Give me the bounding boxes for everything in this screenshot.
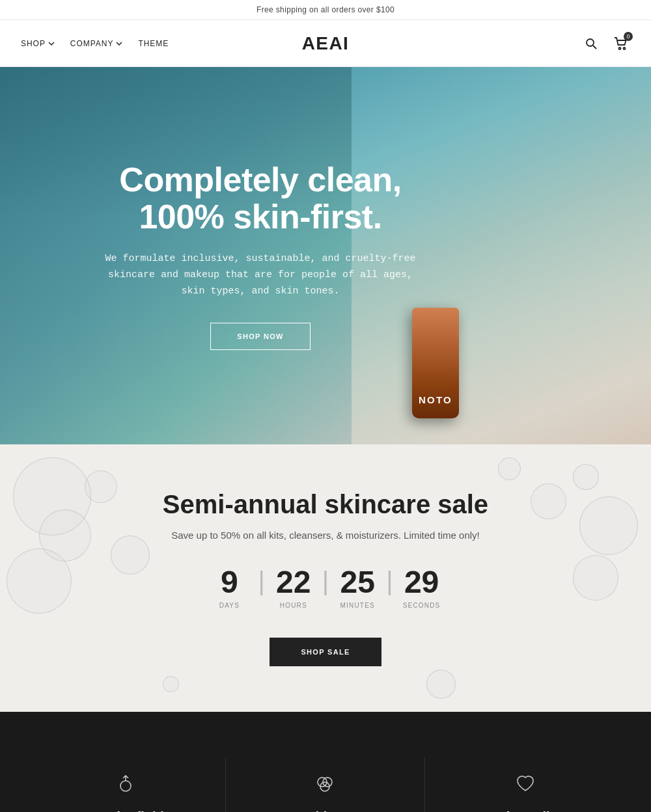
cart-button[interactable]: 0 bbox=[612, 34, 630, 53]
chevron-down-icon bbox=[48, 40, 55, 47]
hero-content: Completely clean, 100% skin-first. We fo… bbox=[91, 161, 430, 351]
feature-gender-fluid-title: Gender fluid bbox=[52, 809, 199, 812]
product-name: NOTO bbox=[419, 394, 452, 405]
countdown-seconds: 29 SECONDS bbox=[396, 567, 448, 609]
svg-point-0 bbox=[587, 39, 594, 46]
hero-description: We formulate inclusive, sustainable, and… bbox=[104, 251, 417, 299]
countdown-minutes: 25 MINUTES bbox=[331, 567, 383, 609]
header-actions: 0 bbox=[582, 34, 630, 53]
shop-sale-button[interactable]: SHOP SALE bbox=[270, 638, 381, 666]
cart-count: 0 bbox=[624, 32, 633, 41]
countdown-sep-2: | bbox=[320, 567, 331, 595]
nav-company[interactable]: COMPANY bbox=[70, 39, 123, 48]
feature-multi-use-title: Multi-use bbox=[252, 809, 399, 812]
sale-title: Semi-annual skincare sale bbox=[26, 490, 625, 519]
hero-shop-now-button[interactable]: SHOP NOW bbox=[210, 323, 310, 350]
svg-point-2 bbox=[619, 47, 621, 49]
header: SHOP COMPANY THEME AEAI 0 bbox=[0, 20, 651, 67]
hero-section: NOTO Completely clean, 100% skin-first. … bbox=[0, 67, 651, 444]
countdown-hours: 22 HOURS bbox=[268, 567, 320, 609]
announcement-text: Free shipping on all orders over $100 bbox=[256, 5, 395, 14]
gender-fluid-icon bbox=[115, 773, 136, 794]
countdown-sep-1: | bbox=[255, 567, 267, 595]
announcement-bar: Free shipping on all orders over $100 bbox=[0, 0, 651, 20]
site-logo[interactable]: AEAI bbox=[302, 33, 350, 54]
nav-shop[interactable]: SHOP bbox=[21, 39, 55, 48]
countdown-timer: 9 DAYS | 22 HOURS | 25 MINUTES | 29 SECO… bbox=[26, 567, 625, 609]
svg-point-3 bbox=[624, 47, 626, 49]
circles-icon bbox=[312, 770, 338, 796]
sale-section: Semi-annual skincare sale Save up to 50%… bbox=[0, 444, 651, 712]
nav-theme[interactable]: THEME bbox=[138, 39, 169, 48]
feature-pure-ingredients-title: Pure ingredients bbox=[451, 809, 599, 812]
feature-pure-ingredients: Pure ingredients Sustainable, vegan and … bbox=[425, 757, 625, 812]
svg-line-1 bbox=[593, 46, 596, 49]
search-icon bbox=[585, 37, 598, 50]
svg-point-4 bbox=[120, 781, 131, 791]
chevron-down-icon bbox=[116, 40, 122, 47]
pure-ingredients-icon bbox=[515, 773, 536, 794]
features-section: Gender fluid Skincare and makeup made fo… bbox=[0, 712, 651, 812]
countdown-sep-3: | bbox=[383, 567, 395, 595]
heart-icon bbox=[512, 770, 538, 796]
ring-icon bbox=[113, 770, 139, 796]
hero-title: Completely clean, 100% skin-first. bbox=[104, 161, 417, 236]
sale-description: Save up to 50% on all kits, cleansers, &… bbox=[26, 530, 625, 541]
feature-gender-fluid: Gender fluid Skincare and makeup made fo… bbox=[26, 757, 226, 812]
feature-multi-use: Multi-use Get the most out of a single p… bbox=[226, 757, 426, 812]
search-button[interactable] bbox=[582, 34, 600, 53]
main-nav: SHOP COMPANY THEME bbox=[21, 39, 169, 48]
countdown-days: 9 DAYS bbox=[203, 567, 255, 609]
multi-use-icon bbox=[314, 773, 335, 794]
